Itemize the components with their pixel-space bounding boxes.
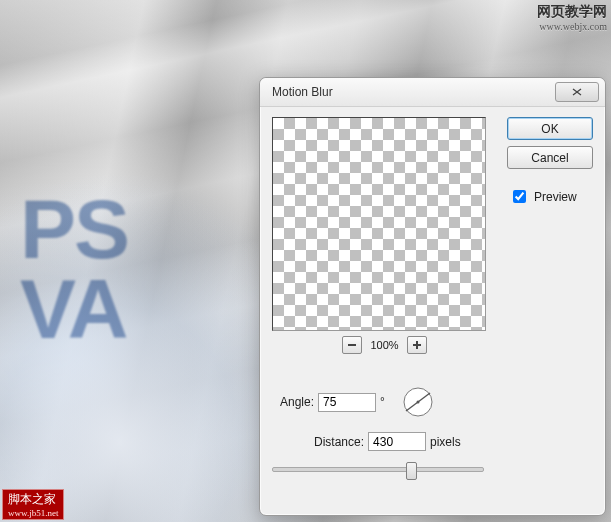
angle-dial[interactable] (402, 386, 434, 418)
distance-label: Distance: (314, 435, 364, 449)
background-artwork-text: PS VA (20, 190, 128, 350)
svg-rect-2 (416, 341, 418, 349)
zoom-level: 100% (370, 339, 398, 351)
watermark-bottom: 脚本之家 www.jb51.net (2, 489, 64, 520)
watermark-top: 网页教学网 www.webjx.com (537, 3, 607, 32)
close-button[interactable] (555, 82, 599, 102)
distance-slider[interactable] (272, 459, 484, 477)
cancel-button[interactable]: Cancel (507, 146, 593, 169)
angle-unit: ° (380, 395, 385, 409)
zoom-in-button[interactable] (407, 336, 427, 354)
effect-preview[interactable] (272, 117, 486, 331)
preview-checkbox-label: Preview (534, 190, 577, 204)
distance-input[interactable] (368, 432, 426, 451)
zoom-out-button[interactable] (342, 336, 362, 354)
dialog-titlebar[interactable]: Motion Blur (260, 78, 605, 107)
plus-icon (412, 340, 422, 350)
slider-thumb[interactable] (406, 462, 417, 480)
angle-input[interactable] (318, 393, 376, 412)
angle-label: Angle: (280, 395, 314, 409)
angle-dial-icon (402, 386, 434, 418)
dialog-title: Motion Blur (272, 85, 555, 99)
svg-point-5 (416, 401, 419, 404)
minus-icon (347, 340, 357, 350)
svg-rect-0 (348, 344, 356, 346)
preview-checkbox[interactable] (513, 190, 526, 203)
close-icon (572, 88, 582, 96)
distance-unit: pixels (430, 435, 461, 449)
slider-track (272, 467, 484, 472)
ok-button[interactable]: OK (507, 117, 593, 140)
transparency-checker (273, 118, 485, 330)
motion-blur-dialog: Motion Blur 100% Angle: (259, 77, 606, 516)
